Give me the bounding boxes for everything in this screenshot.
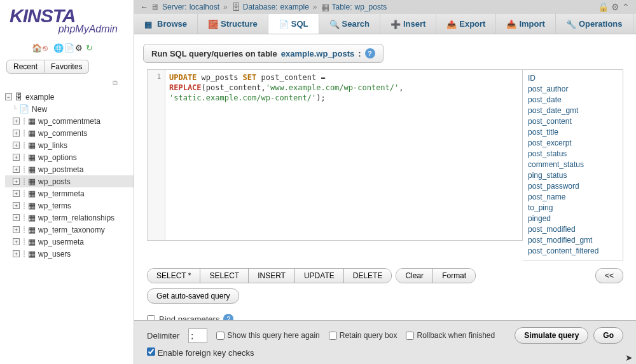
fk-checkbox[interactable] bbox=[147, 347, 155, 356]
expand-icon[interactable]: + bbox=[13, 238, 20, 245]
chevron-up-icon[interactable]: ⌃ bbox=[622, 2, 630, 12]
collapse-icon[interactable]: − bbox=[5, 93, 12, 100]
nav-icon[interactable]: ← bbox=[141, 3, 148, 11]
doc-icon[interactable]: 📄 bbox=[64, 43, 73, 52]
server-value[interactable]: localhost bbox=[190, 3, 219, 11]
tab-operations[interactable]: 🔧Operations bbox=[556, 14, 633, 34]
simulate-button[interactable]: Simulate query bbox=[515, 327, 588, 344]
table-icon: ▦ bbox=[28, 165, 36, 174]
tab-search[interactable]: 🔍Search bbox=[319, 14, 380, 34]
tree-table-wp_usermeta[interactable]: +┊▦wp_usermeta bbox=[5, 236, 134, 248]
tab-insert[interactable]: ➕Insert bbox=[380, 14, 436, 34]
expand-icon[interactable]: + bbox=[13, 142, 20, 149]
expand-icon[interactable]: + bbox=[13, 118, 20, 125]
fk-label: Enable foreign key checks bbox=[158, 348, 254, 358]
column-post_content[interactable]: post_content bbox=[528, 116, 618, 127]
bind-checkbox[interactable] bbox=[147, 315, 155, 321]
insert-button[interactable]: INSERT bbox=[249, 269, 295, 283]
exit-icon[interactable]: ⎋ bbox=[43, 43, 52, 52]
column-post_author[interactable]: post_author bbox=[528, 84, 618, 95]
select-button[interactable]: SELECT bbox=[200, 269, 249, 283]
line-gutter: 1 bbox=[148, 70, 165, 240]
expand-icon[interactable]: + bbox=[13, 214, 20, 221]
help-icon[interactable]: ? bbox=[365, 48, 375, 58]
clear-button[interactable]: Clear bbox=[396, 269, 433, 283]
tree-table-wp_comments[interactable]: +┊▦wp_comments bbox=[5, 127, 134, 139]
globe-icon[interactable]: 🌐 bbox=[53, 43, 62, 52]
delete-button[interactable]: DELETE bbox=[344, 269, 392, 283]
column-post_excerpt[interactable]: post_excerpt bbox=[528, 138, 618, 149]
tab-structure[interactable]: 🧱Structure bbox=[198, 14, 268, 34]
tree-table-wp_links[interactable]: +┊▦wp_links bbox=[5, 139, 134, 151]
column-post_status[interactable]: post_status bbox=[528, 149, 618, 159]
update-button[interactable]: UPDATE bbox=[295, 269, 344, 283]
column-ID[interactable]: ID bbox=[528, 73, 618, 84]
rollback-checkbox[interactable] bbox=[406, 332, 414, 340]
tree-table-wp_users[interactable]: +┊▦wp_users bbox=[5, 248, 134, 260]
expand-icon[interactable]: + bbox=[13, 154, 20, 161]
link-icon[interactable]: ⧉ bbox=[0, 78, 134, 88]
column-post_modified[interactable]: post_modified bbox=[528, 224, 618, 235]
column-comment_status[interactable]: comment_status bbox=[528, 159, 618, 170]
refresh-icon[interactable]: ↻ bbox=[86, 43, 95, 52]
expand-icon[interactable]: + bbox=[13, 130, 20, 137]
db-label: Database: bbox=[243, 3, 278, 11]
tab-browse[interactable]: ▦Browse bbox=[134, 14, 198, 34]
expand-icon[interactable]: + bbox=[13, 202, 20, 209]
go-button[interactable]: Go bbox=[593, 327, 623, 344]
tree-table-label: wp_options bbox=[38, 153, 77, 162]
expand-icon[interactable]: + bbox=[13, 250, 20, 257]
sql-code[interactable]: UPDATE wp_posts SET post_content = REPLA… bbox=[165, 70, 522, 240]
delimiter-input[interactable] bbox=[188, 328, 207, 343]
home-icon[interactable]: 🏠 bbox=[32, 43, 41, 52]
column-pinged[interactable]: pinged bbox=[528, 213, 618, 224]
tree-new[interactable]: └ 📄 New bbox=[5, 103, 134, 115]
tab-triggers[interactable]: ⚡Triggers bbox=[633, 14, 636, 34]
column-post_modified_gmt[interactable]: post_modified_gmt bbox=[528, 235, 618, 246]
tree-table-wp_term_relationships[interactable]: +┊▦wp_term_relationships bbox=[5, 212, 134, 224]
column-post_date_gmt[interactable]: post_date_gmt bbox=[528, 105, 618, 116]
query-header-target[interactable]: example.wp_posts bbox=[281, 49, 355, 58]
column-post_password[interactable]: post_password bbox=[528, 181, 618, 192]
collapse-columns-button[interactable]: << bbox=[595, 268, 623, 283]
expand-icon[interactable]: + bbox=[13, 226, 20, 233]
favorites-button[interactable]: Favorites bbox=[45, 60, 89, 74]
autosaved-button[interactable]: Get auto-saved query bbox=[147, 288, 239, 304]
tree-db-root[interactable]: − 🗄 example bbox=[5, 91, 134, 103]
column-post_name[interactable]: post_name bbox=[528, 192, 618, 203]
table-value[interactable]: wp_posts bbox=[355, 3, 387, 11]
tree-table-wp_commentmeta[interactable]: +┊▦wp_commentmeta bbox=[5, 115, 134, 127]
db-value[interactable]: example bbox=[280, 3, 308, 11]
tree-table-wp_terms[interactable]: +┊▦wp_terms bbox=[5, 199, 134, 212]
tab-sql[interactable]: 📄SQL bbox=[268, 14, 319, 34]
tree-table-wp_options[interactable]: +┊▦wp_options bbox=[5, 151, 134, 163]
tree-table-label: wp_users bbox=[38, 250, 71, 259]
column-post_title[interactable]: post_title bbox=[528, 127, 618, 138]
column-to_ping[interactable]: to_ping bbox=[528, 203, 618, 213]
expand-icon[interactable]: + bbox=[13, 178, 20, 185]
column-ping_status[interactable]: ping_status bbox=[528, 170, 618, 181]
column-post_date[interactable]: post_date bbox=[528, 95, 618, 105]
settings-icon[interactable]: ⚙ bbox=[611, 2, 619, 12]
gear-icon[interactable]: ⚙ bbox=[75, 43, 84, 52]
column-post_content_filtered[interactable]: post_content_filtered bbox=[528, 246, 618, 257]
expand-icon[interactable]: + bbox=[13, 166, 20, 173]
columns-list[interactable]: IDpost_authorpost_datepost_date_gmtpost_… bbox=[523, 69, 623, 260]
tree-table-wp_postmeta[interactable]: +┊▦wp_postmeta bbox=[5, 163, 134, 175]
format-button[interactable]: Format bbox=[433, 269, 475, 283]
bind-help-icon[interactable]: ? bbox=[223, 314, 233, 320]
show-again-checkbox[interactable] bbox=[216, 332, 225, 340]
sql-editor[interactable]: 1 UPDATE wp_posts SET post_content = REP… bbox=[147, 69, 523, 241]
lock-icon[interactable]: 🔒 bbox=[598, 2, 609, 12]
select-star-button[interactable]: SELECT * bbox=[148, 269, 200, 283]
tab-import[interactable]: 📥Import bbox=[496, 14, 555, 34]
tree-table-wp_term_taxonomy[interactable]: +┊▦wp_term_taxonomy bbox=[5, 224, 134, 236]
expand-icon[interactable]: + bbox=[13, 190, 20, 197]
tab-export[interactable]: 📤Export bbox=[436, 14, 496, 34]
tree-table-wp_posts[interactable]: +┊▦wp_posts bbox=[5, 175, 134, 187]
recent-button[interactable]: Recent bbox=[6, 60, 45, 74]
tree-table-wp_termmeta[interactable]: +┊▦wp_termmeta bbox=[5, 187, 134, 199]
db-icon: 🗄 bbox=[15, 92, 23, 102]
retain-checkbox[interactable] bbox=[329, 332, 337, 340]
tree-table-label: wp_postmeta bbox=[38, 165, 83, 174]
